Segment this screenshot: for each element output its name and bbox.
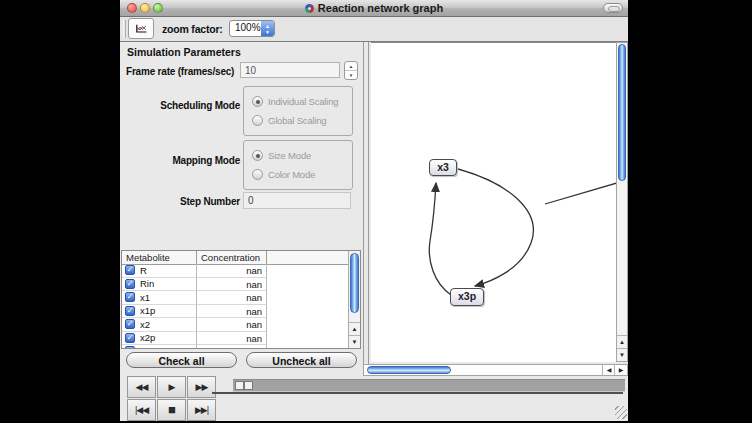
table-row[interactable]: ✓x1nan [122, 291, 348, 305]
concentration-value: nan [197, 291, 267, 305]
radio-label: Size Mode [268, 150, 311, 161]
metabolite-name: R [140, 265, 147, 276]
edge-x3p-to-x3 [429, 183, 451, 295]
graph-canvas[interactable]: x3 x3p [371, 42, 616, 362]
scrollbar-thumb[interactable] [367, 366, 451, 374]
slider-thumb[interactable] [235, 381, 244, 390]
scroll-down-icon[interactable]: ▼ [617, 348, 627, 361]
screenshot-stage: Reaction network graph zoom factor: 100%… [0, 0, 752, 423]
table-vertical-scrollbar[interactable]: ▲ ▼ [348, 251, 360, 348]
titlebar[interactable]: Reaction network graph [120, 0, 628, 17]
metabolite-table: Metabolite Concentration ✓Rnan✓Rinnan✓x1… [121, 250, 361, 349]
frame-rate-label: Frame rate (frames/sec) [126, 66, 234, 77]
radio-size-mode[interactable]: Size Mode [252, 150, 311, 161]
radio-label: Individual Scaling [268, 96, 338, 107]
scrollbar-arrows: ▲ ▼ [349, 322, 360, 348]
radio-label: Color Mode [268, 169, 315, 180]
column-header-concentration[interactable]: Concentration [197, 251, 267, 264]
chart-icon [135, 21, 147, 37]
toolbar: zoom factor: 100% ▲▼ [120, 17, 628, 42]
simulation-parameters-header: Simulation Parameters [127, 46, 241, 58]
concentration-value: nan [197, 264, 267, 278]
window-title: Reaction network graph [318, 2, 443, 14]
radio-global-scaling[interactable]: Global Scaling [252, 115, 326, 126]
frame-rate-input[interactable]: 10 [240, 62, 340, 78]
row-checkbox[interactable]: ✓ [125, 292, 135, 302]
frame-rate-stepper[interactable]: ▲ ▼ [344, 61, 358, 80]
graph-horizontal-scrollbar[interactable]: ◀ ▶ [363, 364, 628, 376]
radio-selected-icon[interactable] [252, 96, 263, 107]
row-checkbox[interactable]: ✓ [125, 279, 135, 289]
scroll-right-icon[interactable]: ▶ [614, 365, 627, 375]
toolbar-toggle-icon [608, 6, 620, 12]
stepper-down-icon[interactable]: ▼ [345, 71, 357, 79]
skip-to-end-button[interactable]: ▶▶| [187, 399, 216, 421]
plot-chart-button[interactable] [128, 18, 154, 39]
metabolite-name: x1p [140, 305, 155, 316]
uncheck-all-button[interactable]: Uncheck all [246, 352, 357, 368]
scrollbar-arrows: ▲ ▼ [617, 335, 627, 361]
row-checkbox[interactable]: ✓ [125, 319, 135, 329]
graph-edges [371, 43, 616, 362]
scroll-up-icon[interactable]: ▲ [349, 322, 360, 335]
table-row[interactable]: ✓Rinnan [122, 278, 348, 292]
play-button[interactable]: ▶ [157, 376, 186, 398]
graph-node-x3p[interactable]: x3p [450, 288, 484, 306]
skip-to-start-button[interactable]: |◀◀ [127, 399, 156, 421]
table-row[interactable]: ✓x2pnan [122, 332, 348, 346]
rewind-button[interactable]: ◀◀ [127, 376, 156, 398]
edge-offscreen [545, 183, 616, 204]
stepper-arrows-icon[interactable]: ▲▼ [261, 21, 274, 36]
row-checkbox[interactable]: ✓ [125, 346, 135, 348]
toolbar-toggle-button[interactable] [603, 3, 623, 13]
split-pane-divider[interactable] [361, 42, 371, 376]
radio-color-mode[interactable]: Color Mode [252, 169, 315, 180]
row-checkbox[interactable]: ✓ [125, 306, 135, 316]
concentration-value [197, 345, 267, 348]
title-wrap: Reaction network graph [120, 0, 628, 16]
zoom-factor-stepper[interactable]: 100% ▲▼ [229, 20, 275, 37]
column-header-metabolite[interactable]: Metabolite [122, 251, 197, 264]
table-row[interactable]: ✓Rnan [122, 264, 348, 278]
scheduling-mode-group: Individual Scaling Global Scaling [243, 86, 353, 136]
metabolite-table-body: ✓Rnan✓Rinnan✓x1nan✓x1pnan✓x2nan✓x2pnan✓ [122, 264, 348, 348]
stop-button[interactable]: ■ [157, 399, 186, 421]
scroll-up-icon[interactable]: ▲ [617, 335, 627, 348]
concentration-value: nan [197, 278, 267, 292]
radio-selected-icon[interactable] [252, 150, 263, 161]
radio-unselected-icon[interactable] [252, 169, 263, 180]
table-row[interactable]: ✓ [122, 345, 348, 348]
step-number-value: 0 [243, 192, 351, 209]
table-row[interactable]: ✓x1pnan [122, 305, 348, 319]
concentration-value: nan [197, 332, 267, 346]
radio-label: Global Scaling [268, 115, 326, 126]
graph-node-x3[interactable]: x3 [429, 159, 457, 176]
toolbar-handle-icon [123, 20, 126, 38]
edge-x3-to-x3p [458, 169, 533, 286]
slider-thumb[interactable] [244, 381, 253, 390]
metabolite-name: x2 [140, 319, 150, 330]
concentration-value: nan [197, 318, 267, 332]
metabolite-name: Rin [140, 278, 154, 289]
app-icon [305, 4, 314, 13]
table-header: Metabolite Concentration [122, 251, 348, 265]
metabolite-name: x2p [140, 332, 155, 343]
concentration-value: nan [197, 305, 267, 319]
radio-individual-scaling[interactable]: Individual Scaling [252, 96, 338, 107]
row-checkbox[interactable]: ✓ [125, 333, 135, 343]
fast-forward-button[interactable]: ▶▶ [187, 376, 216, 398]
row-checkbox[interactable]: ✓ [125, 265, 135, 275]
check-all-button[interactable]: Check all [126, 352, 237, 368]
graph-vertical-scrollbar[interactable]: ▲ ▼ [616, 42, 628, 362]
scroll-down-icon[interactable]: ▼ [349, 335, 360, 348]
scrollbar-thumb[interactable] [350, 253, 359, 313]
zoom-factor-value: 100% [235, 22, 261, 33]
radio-unselected-icon[interactable] [252, 115, 263, 126]
stepper-up-icon[interactable]: ▲ [345, 62, 357, 71]
scrollbar-thumb[interactable] [618, 44, 626, 181]
timeline-slider[interactable] [233, 379, 625, 392]
scheduling-mode-label: Scheduling Mode [126, 100, 240, 111]
reaction-network-window: Reaction network graph zoom factor: 100%… [120, 0, 628, 421]
resize-grip-icon[interactable] [615, 406, 627, 419]
table-row[interactable]: ✓x2nan [122, 318, 348, 332]
